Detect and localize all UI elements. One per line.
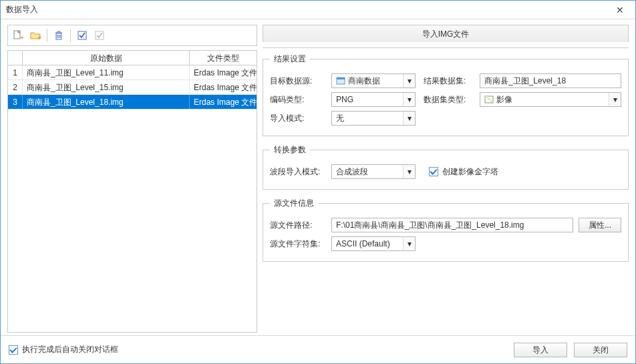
select-all-button[interactable] bbox=[73, 27, 91, 44]
chevron-down-icon[interactable]: ▾ bbox=[609, 93, 621, 106]
add-folder-button[interactable]: + bbox=[27, 27, 44, 44]
result-dataset-label: 结果数据集: bbox=[421, 75, 474, 87]
svg-rect-10 bbox=[488, 98, 490, 100]
transform-params-fieldset: 转换参数 波段导入模式: 合成波段 ▾ 创建影像金字塔 bbox=[263, 144, 629, 190]
table-row[interactable]: 2商南县_卫图_Level_15.imgErdas Image 文件 bbox=[8, 80, 257, 95]
table-row[interactable]: 3商南县_卫图_Level_18.imgErdas Image 文件 bbox=[8, 95, 257, 110]
chevron-down-icon[interactable]: ▾ bbox=[403, 112, 415, 125]
import-mode-combo[interactable]: 无 ▾ bbox=[331, 111, 416, 126]
svg-text:+: + bbox=[37, 34, 41, 41]
band-mode-combo[interactable]: 合成波段 ▾ bbox=[331, 164, 416, 179]
svg-rect-7 bbox=[337, 77, 345, 79]
band-mode-label: 波段导入模式: bbox=[270, 166, 326, 178]
file-toolbar: + + bbox=[7, 25, 257, 46]
chevron-down-icon[interactable]: ▾ bbox=[403, 93, 415, 106]
row-name: 商南县_卫图_Level_15.img bbox=[23, 80, 190, 94]
target-datasource-combo[interactable]: 商南数据 ▾ bbox=[331, 73, 416, 88]
row-type: Erdas Image 文件 bbox=[190, 80, 257, 94]
import-mode-label: 导入模式: bbox=[270, 113, 326, 124]
window-title: 数据导入 bbox=[6, 4, 610, 15]
result-settings-legend: 结果设置 bbox=[270, 53, 310, 65]
row-index: 3 bbox=[8, 95, 23, 109]
source-path-label: 源文件路径: bbox=[270, 220, 326, 231]
dataset-type-label: 数据集类型: bbox=[421, 94, 474, 106]
encoding-combo[interactable]: PNG ▾ bbox=[331, 92, 416, 107]
transform-params-legend: 转换参数 bbox=[270, 144, 310, 156]
result-dataset-field[interactable]: 商南县_卫图_Level_18 bbox=[480, 73, 621, 88]
source-info-fieldset: 源文件信息 源文件路径: F:\01商南县\商南县_卫图\商南县_卫图_Leve… bbox=[263, 198, 629, 262]
properties-button[interactable]: 属性... bbox=[579, 218, 621, 232]
build-pyramid-label: 创建影像金字塔 bbox=[442, 166, 498, 178]
source-info-legend: 源文件信息 bbox=[270, 198, 318, 209]
chevron-down-icon[interactable]: ▾ bbox=[403, 74, 415, 87]
row-index: 2 bbox=[8, 80, 23, 94]
charset-label: 源文件字符集: bbox=[270, 238, 326, 250]
import-button[interactable]: 导入 bbox=[514, 343, 567, 357]
table-row[interactable]: 1商南县_卫图_Level_11.imgErdas Image 文件 bbox=[8, 65, 257, 80]
row-name: 商南县_卫图_Level_18.img bbox=[23, 95, 190, 109]
svg-rect-9 bbox=[485, 96, 488, 98]
svg-rect-11 bbox=[490, 100, 493, 102]
checkbox-icon bbox=[9, 345, 18, 355]
encoding-label: 编码类型: bbox=[270, 94, 326, 106]
close-button[interactable]: 关闭 bbox=[574, 343, 627, 357]
dataset-type-value: 影像 bbox=[496, 93, 512, 106]
charset-combo[interactable]: ASCII (Default) ▾ bbox=[331, 236, 416, 251]
row-index: 1 bbox=[8, 65, 23, 79]
auto-close-checkbox[interactable]: 执行完成后自动关闭对话框 bbox=[9, 344, 118, 355]
auto-close-label: 执行完成后自动关闭对话框 bbox=[22, 344, 118, 355]
dataset-type-combo[interactable]: 影像 ▾ bbox=[480, 92, 621, 107]
build-pyramid-checkbox[interactable]: 创建影像金字塔 bbox=[429, 166, 498, 178]
chevron-down-icon[interactable]: ▾ bbox=[403, 237, 415, 250]
target-datasource-label: 目标数据源: bbox=[270, 75, 326, 87]
deselect-all-button[interactable] bbox=[91, 27, 108, 44]
chevron-down-icon[interactable]: ▾ bbox=[403, 165, 415, 178]
checkbox-icon bbox=[429, 167, 438, 176]
row-type: Erdas Image 文件 bbox=[190, 95, 257, 109]
grid-col-name[interactable]: 原始数据 bbox=[23, 51, 190, 65]
result-settings-fieldset: 结果设置 目标数据源: 商南数据 ▾ 结果数据集: 商南县_卫图_Level_1… bbox=[263, 53, 629, 136]
row-type: Erdas Image 文件 bbox=[190, 65, 257, 79]
row-name: 商南县_卫图_Level_11.img bbox=[23, 65, 190, 79]
file-grid: 原始数据 文件类型 1商南县_卫图_Level_11.imgErdas Imag… bbox=[7, 50, 257, 333]
grid-corner bbox=[8, 51, 23, 65]
close-icon[interactable]: ✕ bbox=[610, 3, 630, 17]
source-path-field[interactable]: F:\01商南县\商南县_卫图\商南县_卫图_Level_18.img bbox=[331, 218, 573, 232]
add-file-button[interactable]: + bbox=[9, 27, 27, 44]
target-datasource-value: 商南数据 bbox=[348, 74, 380, 87]
delete-button[interactable] bbox=[50, 27, 67, 44]
grid-col-type[interactable]: 文件类型 bbox=[190, 51, 257, 65]
svg-text:+: + bbox=[20, 34, 24, 41]
tab-import-img[interactable]: 导入IMG文件 bbox=[263, 25, 629, 42]
